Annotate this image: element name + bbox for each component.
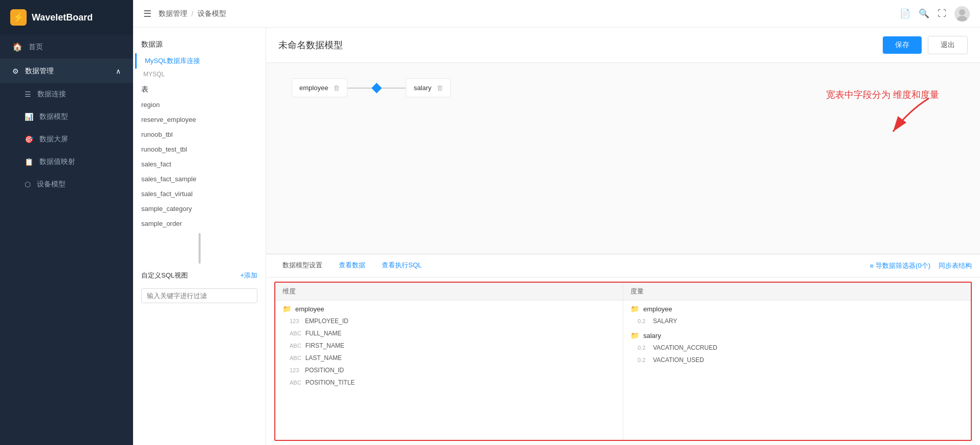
exit-button[interactable]: 退出 — [928, 36, 968, 54]
scrollbar — [199, 233, 201, 264]
view-sql-link[interactable]: 查看执行SQL — [382, 261, 422, 269]
group-label: 数据管理 — [25, 67, 54, 76]
home-icon: 🏠 — [12, 42, 23, 52]
settings-icon: ⚙ — [12, 67, 19, 75]
field-vacation-used: 0.2 VACATION_USED — [623, 354, 971, 366]
tab-model-settings[interactable]: 数据模型设置 — [274, 255, 331, 277]
logo-icon: ⚡ — [10, 9, 27, 26]
document-icon[interactable]: 📄 — [900, 8, 910, 19]
tab-view-data[interactable]: 查看数据 — [331, 255, 374, 277]
model-header: 未命名数据模型 保存 退出 — [266, 28, 980, 63]
table-item-sales-fact-virtual[interactable]: sales_fact_virtual — [133, 186, 266, 201]
field-name: EMPLOYEE_ID — [305, 317, 349, 325]
sidebar-group-header[interactable]: ⚙ 数据管理 ∧ — [0, 59, 133, 83]
field-name: SALARY — [653, 317, 677, 325]
field-name: VACATION_ACCRUED — [653, 344, 717, 351]
table-item-reserve-employee[interactable]: reserve_employee — [133, 112, 266, 127]
line-left — [347, 88, 373, 89]
group-name: employee — [295, 305, 324, 313]
table-item-sample-order[interactable]: sample_order — [133, 216, 266, 231]
field-type-123: 123 — [290, 318, 301, 324]
save-button[interactable]: 保存 — [883, 36, 922, 54]
tab-view-sql[interactable]: 查看执行SQL — [374, 255, 430, 277]
fields-area: 维度 📁 employee 123 EMPLOYEE_ID ABC FULL_N… — [274, 282, 972, 441]
sub-label: 数据连接 — [37, 90, 66, 99]
sidebar-item-label: 首页 — [29, 43, 43, 52]
custom-sql-section: 自定义SQL视图 +添加 — [133, 266, 266, 285]
app-name: WaveletBoard — [32, 12, 93, 23]
breadcrumb: 数据管理 / 设备模型 — [159, 9, 226, 18]
filter-input[interactable] — [141, 288, 257, 303]
filter-link[interactable]: ≡ 导数据筛选器(0个) — [870, 261, 930, 270]
annotation-arrow — [878, 96, 939, 137]
salary-delete-icon[interactable]: 🗑 — [437, 84, 443, 92]
main-area: ☰ 数据管理 / 设备模型 📄 🔍 ⛶ 数据源 MySQL数据库连接 — [133, 0, 980, 445]
field-vacation-accrued: 0.2 VACATION_ACCRUED — [623, 342, 971, 354]
datasource-item[interactable]: MySQL数据库连接 — [135, 53, 266, 69]
sidebar-item-data-screen[interactable]: 🎯 数据大屏 — [0, 128, 133, 151]
avatar[interactable] — [954, 6, 970, 22]
table-item-sales-fact-sample[interactable]: sales_fact_sample — [133, 172, 266, 186]
list-icon: ☰ — [25, 90, 31, 98]
table-item-runoob-tbl[interactable]: runoob_tbl — [133, 127, 266, 142]
connector-diamond — [372, 83, 382, 93]
chart-icon: 📊 — [25, 113, 33, 121]
field-type-abc: ABC — [290, 330, 301, 336]
sidebar-item-data-mapping[interactable]: 📋 数据值映射 — [0, 151, 133, 173]
sub-label: 数据大屏 — [39, 135, 68, 144]
sidebar-item-home[interactable]: 🏠 首页 — [0, 35, 133, 59]
search-icon[interactable]: 🔍 — [919, 8, 929, 19]
add-sql-link[interactable]: +添加 — [240, 271, 257, 280]
screen-icon: 🎯 — [25, 135, 33, 143]
logo-area: ⚡ WaveletBoard — [0, 0, 133, 35]
sidebar-item-device-model[interactable]: ⬡ 设备模型 — [0, 173, 133, 196]
field-name: LAST_NAME — [306, 354, 342, 362]
filter-label: 导数据筛选器(0个) — [876, 261, 930, 270]
sync-button[interactable]: 同步表结构 — [939, 261, 972, 270]
group-name: employee — [643, 305, 672, 313]
field-position-title: ABC POSITION_TITLE — [275, 376, 623, 389]
salary-label: salary — [413, 84, 431, 92]
view-data-link[interactable]: 查看数据 — [339, 261, 365, 269]
measure-header: 度量 — [623, 283, 971, 301]
tables-label: 表 — [133, 80, 266, 97]
datasource-label: 数据源 — [133, 36, 266, 53]
group-name: salary — [643, 332, 661, 340]
table-item-sample-category[interactable]: sample_category — [133, 201, 266, 216]
line-right — [380, 88, 406, 89]
annotation-area: 宽表中字段分为 维度和度量 — [826, 89, 939, 137]
breadcrumb-sep: / — [191, 10, 193, 18]
field-type-abc: ABC — [290, 343, 301, 349]
right-panel: 未命名数据模型 保存 退出 employee 🗑 — [266, 28, 980, 445]
tabs-left: 数据模型设置 查看数据 查看执行SQL — [274, 255, 430, 277]
sub-label: 数据模型 — [39, 112, 68, 121]
svg-point-0 — [959, 9, 965, 15]
dimension-group-employee: 📁 employee — [275, 301, 623, 315]
field-type-02: 0.2 — [638, 357, 649, 363]
field-salary: 0.2 SALARY — [623, 315, 971, 327]
left-panel: 数据源 MySQL数据库连接 MYSQL 表 region reserve_em… — [133, 28, 266, 445]
breadcrumb-data-mgmt: 数据管理 — [159, 9, 187, 18]
field-employee-id: 123 EMPLOYEE_ID — [275, 315, 623, 327]
field-type-02: 0.2 — [638, 318, 649, 324]
field-full-name: ABC FULL_NAME — [275, 327, 623, 340]
fullscreen-icon[interactable]: ⛶ — [938, 9, 946, 19]
topbar: ☰ 数据管理 / 设备模型 📄 🔍 ⛶ — [133, 0, 980, 28]
datasource-type: MYSQL — [135, 69, 266, 80]
bottom-area: 数据模型设置 查看数据 查看执行SQL ≡ 导数据筛选器(0个) — [266, 253, 980, 445]
sidebar-item-data-connect[interactable]: ☰ 数据连接 — [0, 83, 133, 105]
filter-icon: ≡ — [870, 262, 874, 270]
sidebar-item-data-model[interactable]: 📊 数据模型 — [0, 105, 133, 128]
device-icon: ⬡ — [25, 180, 31, 188]
hamburger-icon[interactable]: ☰ — [143, 8, 151, 19]
field-type-abc: ABC — [290, 355, 301, 361]
field-type-123: 123 — [290, 367, 301, 373]
table-item-sales-fact[interactable]: sales_fact — [133, 157, 266, 172]
measure-column: 度量 📁 employee 0.2 SALARY 📁 salary — [623, 283, 971, 440]
table-item-runoob-test-tbl[interactable]: runoob_test_tbl — [133, 142, 266, 157]
content-area: 数据源 MySQL数据库连接 MYSQL 表 region reserve_em… — [133, 28, 980, 445]
table-item-region[interactable]: region — [133, 97, 266, 112]
field-name: FULL_NAME — [306, 330, 342, 337]
sidebar: ⚡ WaveletBoard 🏠 首页 ⚙ 数据管理 ∧ ☰ 数据连接 📊 数据… — [0, 0, 133, 445]
employee-delete-icon[interactable]: 🗑 — [333, 84, 340, 92]
